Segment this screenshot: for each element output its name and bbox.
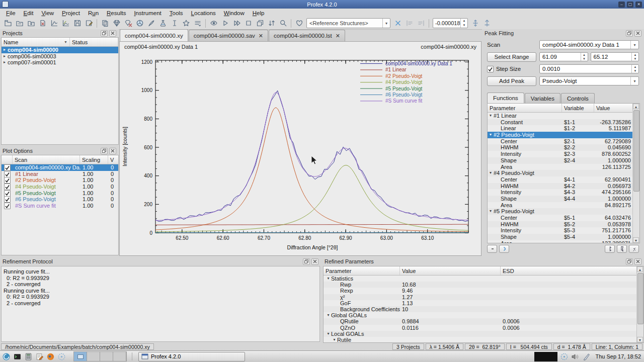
scrollbar-handle[interactable] [633, 110, 639, 192]
close-panel-icon[interactable] [634, 30, 641, 37]
refined-parameter-row[interactable]: Rwp10.68 [324, 282, 643, 288]
document-tab[interactable]: comp004-sim00000.sav✕ [189, 30, 268, 41]
pie-chart-button[interactable] [134, 18, 145, 29]
function-group-row[interactable]: ▾#1 Linear [488, 113, 639, 119]
spin-arrows[interactable]: ▲▼ [631, 53, 638, 61]
parameter-row[interactable]: Shape$2-41.000000 [488, 157, 639, 164]
visibility-checkbox[interactable] [4, 190, 11, 197]
plot-options-row[interactable]: #2 Pseudo-Voigt1.000 [2, 177, 118, 184]
refined-parameter-row[interactable]: Rexp9.46 [324, 288, 643, 294]
parameter-row[interactable]: HWHM$2-20.045690 [488, 144, 639, 151]
refinement-protocol-log[interactable]: Running curve fit... 0: R2 = 0.993929 2 … [1, 266, 320, 342]
parameter-row[interactable]: Intensity$4-3474.295166 [488, 189, 639, 196]
scroll-down-icon[interactable]: ▼ [637, 337, 643, 342]
menu-file[interactable]: File [2, 10, 20, 16]
tab-controls[interactable]: Controls [561, 93, 595, 103]
close-panel-icon[interactable] [311, 258, 318, 265]
project-item[interactable]: ▸comp004-sim00000 [2, 47, 118, 53]
taskbar-window-button[interactable]: Profex 4.2.0 [138, 352, 245, 361]
visibility-checkbox[interactable] [4, 184, 11, 190]
new-window-button[interactable] [254, 18, 266, 29]
parameter-row[interactable]: Center$2-162.729089 [488, 138, 639, 145]
menu-locations[interactable]: Locations [187, 10, 220, 16]
desktop-pager[interactable] [73, 351, 127, 361]
peak-type-combo[interactable]: Pseudo-Voigt▾ [539, 76, 639, 85]
plot-options-row[interactable]: #5 Pseudo-Voigt1.000 [2, 190, 118, 197]
run-fit-button[interactable] [605, 245, 615, 253]
spin-arrows[interactable]: ▲▼ [631, 65, 638, 73]
function-group-row[interactable]: ▾#5 Pseudo-Voigt [488, 208, 639, 215]
plot-options-row[interactable]: comp004-sim00000.xy Da...1.000 [2, 164, 118, 171]
parameter-row[interactable]: Intensity$5-3751.217176 [488, 227, 639, 234]
step-size-spinbox[interactable]: 0.0010 ▲▼ [539, 64, 639, 73]
float-panel-icon[interactable] [101, 148, 108, 154]
parameter-row[interactable]: Area126.113725 [488, 164, 639, 170]
menu-results[interactable]: Results [103, 10, 130, 16]
parameter-row[interactable]: Shape$5-41.000000 [488, 234, 639, 240]
crystal-remove-button[interactable] [122, 18, 134, 29]
star-button[interactable] [180, 18, 192, 29]
plot-multi-button[interactable] [60, 18, 71, 29]
plot-options-row[interactable]: #4 Pseudo-Voigt1.000 [2, 184, 118, 190]
visibility-checkbox[interactable] [4, 177, 11, 184]
scroll-up-icon[interactable]: ▲ [633, 104, 639, 109]
column-header-scaling[interactable]: Scaling [80, 155, 108, 164]
parameter-row[interactable]: Shape$4-41.000000 [488, 196, 639, 202]
sort-button[interactable] [266, 18, 277, 29]
visibility-checkbox[interactable] [4, 203, 11, 209]
remove-function-button[interactable] [487, 245, 497, 253]
import-data-button[interactable] [25, 18, 37, 29]
visibility-checkbox[interactable] [4, 196, 11, 203]
tab-functions[interactable]: Functions [487, 93, 524, 103]
refined-parameter-row[interactable]: Background Coefficients10 [324, 306, 643, 312]
menu-window[interactable]: Window [220, 10, 249, 16]
error-bars-button[interactable] [169, 18, 180, 29]
parameter-row[interactable]: HWHM$4-20.056973 [488, 183, 639, 190]
run-all-button[interactable] [231, 18, 243, 29]
add-peak-button[interactable]: Add Peak [487, 76, 536, 86]
function-group-row[interactable]: ▾#4 Pseudo-Voigt [488, 170, 639, 176]
quill-button[interactable] [145, 18, 157, 29]
copy-results-button[interactable] [617, 245, 627, 253]
network-tray-icon[interactable] [560, 352, 569, 361]
text-editor-launcher[interactable] [35, 352, 44, 361]
scrollbar[interactable]: ▲▼ [636, 266, 643, 342]
search-button[interactable] [277, 18, 289, 29]
parameter-row[interactable]: Center$4-162.900491 [488, 176, 639, 183]
clear-x-button[interactable] [392, 18, 404, 29]
project-item[interactable]: ▸comp006-sim00003 [2, 53, 118, 60]
copy-button[interactable] [99, 18, 111, 29]
close-file-button[interactable] [37, 18, 48, 29]
column-header-variable[interactable]: Variable [562, 104, 594, 112]
volume-icon[interactable] [571, 352, 580, 361]
refined-parameter-row[interactable]: QZnO0.01160.0006 [324, 325, 643, 331]
menu-view[interactable]: View [37, 10, 58, 16]
column-header-value[interactable]: Value [400, 266, 501, 275]
select-range-button[interactable]: Select Range [487, 52, 536, 62]
menu-project[interactable]: Project [58, 10, 84, 16]
parameter-row[interactable]: Intensity$2-3878.600252 [488, 151, 639, 157]
refined-parameter-row[interactable]: GoF1.13 [324, 300, 643, 306]
open-project-button[interactable] [14, 18, 25, 29]
menu-help[interactable]: Help [249, 10, 269, 16]
column-header-scan[interactable]: Scan [13, 155, 80, 164]
range-from-spinbox[interactable]: 61.09 ▲▼ [539, 52, 588, 61]
scroll-up-icon[interactable]: ▲ [637, 266, 643, 272]
pager-desktop-1[interactable] [74, 352, 87, 361]
close-panel-icon[interactable] [109, 148, 116, 154]
parameter-row[interactable]: Center$5-164.032476 [488, 215, 639, 221]
close-tab-icon[interactable]: ✕ [259, 33, 263, 39]
tab-variables[interactable]: Variables [525, 93, 560, 103]
menu-instrument[interactable]: Instrument [130, 10, 165, 16]
refined-parameter-row[interactable]: ▾Rutile [324, 337, 643, 343]
refined-parameter-row[interactable]: QRutile0.98840.0006 [324, 318, 643, 324]
close-tab-icon[interactable]: ✕ [336, 33, 340, 39]
project-item[interactable]: ▸comp007-sim00001 [2, 59, 118, 66]
spin-arrows[interactable]: ▲▼ [581, 53, 588, 61]
range-to-spinbox[interactable]: 65.12 ▲▼ [591, 52, 639, 61]
step-size-checkbox[interactable]: Step Size [487, 66, 539, 72]
menu-edit[interactable]: Edit [20, 10, 38, 16]
app-menu-launcher[interactable] [2, 352, 11, 361]
reference-structures-combo[interactable]: <Reference Structures>▾ [306, 18, 390, 28]
document-tab[interactable]: comp004-sim00000.xy [120, 29, 188, 41]
